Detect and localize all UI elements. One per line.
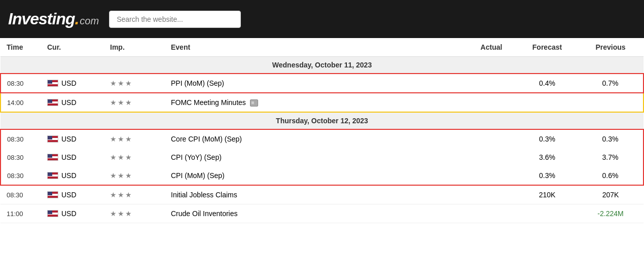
document-icon — [250, 99, 258, 107]
event-currency: USD — [41, 166, 104, 185]
star-icon: ★ — [118, 79, 124, 87]
logo-dot: . — [75, 10, 79, 28]
star-icon: ★ — [125, 210, 132, 218]
event-time: 08:30 — [1, 185, 41, 204]
importance-stars: ★★★ — [110, 153, 132, 161]
event-forecast: 0.4% — [517, 74, 578, 93]
table-row[interactable]: 08:30USD★★★CPI (MoM) (Sep)0.3%0.6% — [1, 166, 643, 185]
currency-label: USD — [61, 135, 77, 143]
star-icon: ★ — [125, 79, 132, 87]
event-actual — [466, 185, 517, 204]
flag-icon — [47, 154, 58, 161]
logo-com-text: com — [80, 15, 99, 27]
event-importance: ★★★ — [104, 74, 165, 93]
currency-label: USD — [61, 210, 77, 218]
logo-investing-text: Investing. — [8, 10, 79, 28]
importance-stars: ★★★ — [110, 210, 132, 218]
event-actual — [466, 166, 517, 185]
importance-stars: ★★★ — [110, 135, 132, 143]
flag-icon — [47, 172, 58, 179]
col-header-cur: Cur. — [41, 38, 104, 57]
event-importance: ★★★ — [104, 185, 165, 204]
event-importance: ★★★ — [104, 93, 165, 112]
table-row[interactable]: 08:30USD★★★Core CPI (MoM) (Sep)0.3%0.3% — [1, 129, 643, 148]
economic-calendar-table: Time Cur. Imp. Event Actual Forecast Pre… — [0, 38, 644, 223]
col-header-actual: Actual — [466, 38, 517, 57]
star-icon: ★ — [125, 98, 132, 107]
event-actual — [466, 204, 517, 223]
table-row[interactable]: 11:00USD★★★Crude Oil Inventories-2.224M — [1, 204, 643, 223]
flag-icon — [47, 210, 58, 217]
event-name: Crude Oil Inventories — [165, 204, 466, 223]
event-name: Core CPI (MoM) (Sep) — [165, 129, 466, 148]
event-forecast — [517, 204, 578, 223]
event-previous: 207K — [578, 185, 643, 204]
col-header-forecast: Forecast — [517, 38, 578, 57]
section-header-1: Thursday, October 12, 2023 — [1, 112, 643, 129]
previous-value: -2.224M — [597, 210, 623, 218]
event-time: 08:30 — [1, 74, 41, 93]
event-forecast: 0.3% — [517, 166, 578, 185]
importance-stars: ★★★ — [110, 171, 132, 180]
star-icon: ★ — [125, 171, 132, 180]
search-input[interactable] — [109, 11, 241, 28]
table-row[interactable]: 14:00USD★★★FOMC Meeting Minutes — [1, 93, 643, 112]
flag-icon — [47, 191, 58, 198]
event-time: 08:30 — [1, 129, 41, 148]
star-icon: ★ — [110, 135, 117, 143]
table-header-row: Time Cur. Imp. Event Actual Forecast Pre… — [1, 38, 643, 57]
logo: Investing.com — [8, 10, 99, 28]
event-actual — [466, 93, 517, 112]
event-importance: ★★★ — [104, 204, 165, 223]
event-name: CPI (YoY) (Sep) — [165, 148, 466, 166]
event-previous: 0.6% — [578, 166, 643, 185]
star-icon: ★ — [118, 98, 124, 107]
star-icon: ★ — [110, 79, 117, 87]
star-icon: ★ — [125, 135, 132, 143]
event-currency: USD — [41, 74, 104, 93]
event-previous: 0.7% — [578, 74, 643, 93]
flag-icon — [47, 80, 58, 87]
event-time: 08:30 — [1, 166, 41, 185]
event-currency: USD — [41, 148, 104, 166]
importance-stars: ★★★ — [110, 79, 132, 87]
event-forecast: 210K — [517, 185, 578, 204]
event-importance: ★★★ — [104, 166, 165, 185]
currency-label: USD — [61, 98, 77, 107]
event-actual — [466, 148, 517, 166]
event-previous: 0.3% — [578, 129, 643, 148]
table-row[interactable]: 08:30USD★★★Initial Jobless Claims210K207… — [1, 185, 643, 204]
event-currency: USD — [41, 185, 104, 204]
star-icon: ★ — [110, 171, 117, 180]
section-header-0: Wednesday, October 11, 2023 — [1, 57, 643, 74]
importance-stars: ★★★ — [110, 98, 132, 107]
star-icon: ★ — [118, 135, 124, 143]
importance-stars: ★★★ — [110, 191, 132, 199]
star-icon: ★ — [118, 153, 124, 161]
table-row[interactable]: 08:30USD★★★PPI (MoM) (Sep)0.4%0.7% — [1, 74, 643, 93]
flag-icon — [47, 99, 58, 106]
col-header-time: Time — [1, 38, 41, 57]
star-icon: ★ — [125, 191, 132, 199]
star-icon: ★ — [118, 171, 124, 180]
event-time: 11:00 — [1, 204, 41, 223]
event-currency: USD — [41, 204, 104, 223]
table-row[interactable]: 08:30USD★★★CPI (YoY) (Sep)3.6%3.7% — [1, 148, 643, 166]
col-header-previous: Previous — [578, 38, 643, 57]
event-forecast — [517, 93, 578, 112]
star-icon: ★ — [110, 191, 117, 199]
currency-label: USD — [61, 191, 77, 199]
event-previous — [578, 93, 643, 112]
currency-label: USD — [61, 171, 77, 180]
event-currency: USD — [41, 129, 104, 148]
event-importance: ★★★ — [104, 148, 165, 166]
event-name: PPI (MoM) (Sep) — [165, 74, 466, 93]
star-icon: ★ — [125, 153, 132, 161]
currency-label: USD — [61, 153, 77, 161]
event-name: FOMC Meeting Minutes — [165, 93, 466, 112]
event-name: Initial Jobless Claims — [165, 185, 466, 204]
star-icon: ★ — [110, 153, 117, 161]
currency-label: USD — [61, 79, 77, 87]
event-time: 14:00 — [1, 93, 41, 112]
event-actual — [466, 129, 517, 148]
